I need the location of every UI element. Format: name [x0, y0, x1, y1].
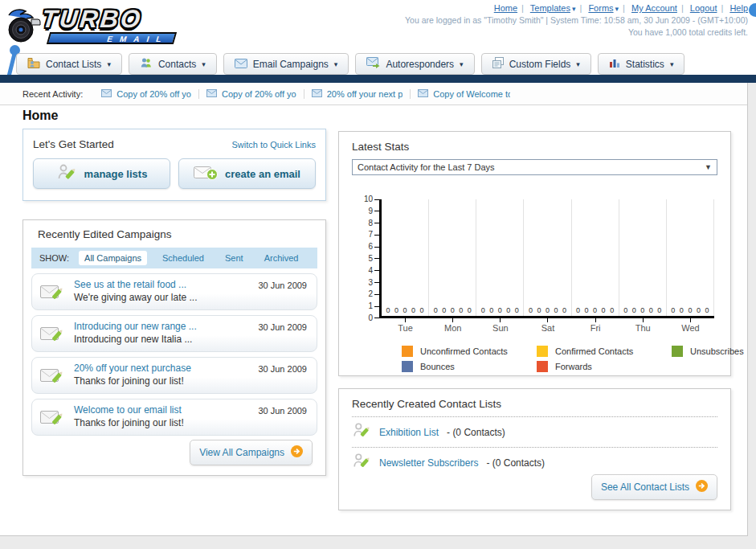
chart-value-label: 0 — [546, 306, 550, 314]
recent-activity-text: Copy of Welcome to — [433, 89, 510, 99]
contact-list-item: Newsletter Subscribers - (0 Contacts) — [352, 448, 717, 477]
chart-y-tick: 3 — [368, 279, 379, 287]
latest-stats-title: Latest Stats — [352, 141, 717, 153]
chart-value-label: 0 — [394, 306, 398, 314]
chart-value-label: 0 — [705, 306, 709, 314]
chart-value-label: 0 — [649, 306, 653, 314]
nav-tab-label: Statistics — [626, 59, 664, 70]
envelope-icon — [418, 89, 428, 99]
envelope-pencil-icon — [40, 324, 64, 348]
logo-text-email: EMAIL — [47, 32, 177, 44]
nav-tab-contacts[interactable]: Contacts ▾ — [129, 53, 217, 75]
envelope-arrow-icon — [366, 57, 380, 72]
chart-day-column: 00000 — [619, 199, 667, 316]
chart-value-label: 0 — [481, 306, 485, 314]
tab-scheduled[interactable]: Scheduled — [157, 251, 210, 265]
envelope-icon — [312, 89, 322, 99]
campaign-subtitle: We're giving away our late ... — [74, 292, 317, 303]
show-label: SHOW: — [39, 253, 69, 263]
latest-stats-panel: Latest Stats Contact Activity for the La… — [338, 131, 731, 376]
manage-lists-button[interactable]: manage lists — [33, 158, 170, 189]
header-link-logout[interactable]: Logout — [690, 3, 717, 13]
chevron-down-icon: ▾ — [615, 5, 619, 13]
chevron-down-icon: ▾ — [107, 60, 111, 68]
create-email-button[interactable]: create an email — [178, 158, 316, 189]
chart-y-tick-label: 4 — [368, 267, 373, 275]
campaigns-panel: Recently Edited Campaigns SHOW: All Camp… — [22, 219, 326, 476]
link-separator: | — [681, 3, 684, 13]
contact-lists-folder-icon — [27, 57, 40, 72]
legend-item: Forwards — [537, 361, 672, 372]
chart-day-column: 00000 — [476, 199, 524, 316]
nav-tab-email-campaigns[interactable]: Email Campaigns ▾ — [223, 53, 349, 75]
person-pencil-icon — [352, 452, 371, 474]
campaign-date: 30 Jun 2009 — [258, 322, 307, 332]
campaign-row: See us at the retail food ...We're givin… — [31, 273, 317, 310]
create-email-label: create an email — [225, 168, 300, 180]
chart-value-label: 0 — [420, 306, 424, 314]
chart-y-tick: 8 — [368, 219, 379, 227]
nav-tab-statistics[interactable]: Statistics ▾ — [598, 53, 685, 75]
tab-all-campaigns[interactable]: All Campaigns — [79, 251, 147, 265]
legend-label: Unconfirmed Contacts — [420, 346, 508, 356]
campaign-date: 30 Jun 2009 — [258, 281, 307, 290]
switch-quick-links-link[interactable]: Switch to Quick Links — [231, 140, 316, 150]
chart-x-tick: Thu — [619, 318, 667, 333]
contact-list-link[interactable]: Newsletter Subscribers — [379, 457, 478, 469]
recent-activity-item[interactable]: Copy of 20% off yo — [199, 89, 304, 99]
chart-value-label: 0 — [697, 306, 701, 314]
legend-item: Bounces — [402, 361, 537, 372]
stats-period-select[interactable]: Contact Activity for the Last 7 Days ▼ — [352, 159, 717, 175]
chart-x-tick-mark — [547, 318, 548, 322]
contact-list-link[interactable]: Exhibition List — [379, 427, 439, 438]
legend-swatch — [402, 346, 413, 357]
nav-tab-contact-lists[interactable]: Contact Lists ▾ — [16, 53, 122, 75]
chart-x-tick-mark — [452, 318, 453, 322]
header-link-my-account[interactable]: My Account — [631, 3, 677, 13]
chart-value-label: 0 — [640, 306, 644, 314]
chart-y-tick: 10 — [364, 195, 379, 203]
link-separator: | — [623, 3, 625, 13]
chart-value-label: 0 — [434, 306, 438, 314]
campaigns-list: See us at the retail food ...We're givin… — [31, 273, 317, 436]
recent-activity-label: Recent Activity: — [22, 89, 83, 99]
see-all-contact-lists-button[interactable]: See All Contact Lists — [591, 474, 717, 500]
envelope-pencil-icon — [40, 408, 64, 432]
nav-tab-autoresponders[interactable]: Autoresponders ▾ — [355, 53, 474, 75]
chart-day-column: 00000 — [429, 199, 476, 316]
chart-main: 00000000000000000000000000000000000 TueM… — [379, 199, 714, 333]
envelope-pencil-icon — [40, 282, 64, 306]
chart-plot: 00000000000000000000000000000000000 — [379, 199, 714, 318]
page: TURBO EMAIL Home| Templates▾| Forms▾| My… — [0, 0, 756, 549]
chevron-down-icon: ▾ — [572, 5, 576, 13]
chart-x-tick-label: Tue — [398, 323, 413, 333]
recent-activity-item[interactable]: Copy of Welcome to — [411, 89, 517, 99]
view-all-campaigns-button[interactable]: View All Campaigns — [190, 440, 313, 465]
header-link-templates[interactable]: Templates — [530, 3, 570, 13]
chart-x-tick-label: Wed — [681, 323, 699, 333]
chart-zero-row: 00000 — [572, 306, 619, 316]
chart-x-tick-mark — [690, 318, 691, 322]
chevron-down-icon: ▾ — [334, 60, 338, 68]
chart-value-label: 0 — [411, 306, 415, 314]
nav-tab-custom-fields[interactable]: Custom Fields ▾ — [481, 53, 591, 75]
contacts-people-icon — [140, 57, 153, 72]
tab-sent[interactable]: Sent — [219, 251, 249, 265]
header-link-help[interactable]: Help — [729, 3, 748, 13]
chart-value-label: 0 — [459, 306, 463, 314]
chart-y-tick: 7 — [368, 231, 379, 239]
tab-archived[interactable]: Archived — [259, 251, 304, 265]
chart-x-tick-label: Mon — [444, 323, 461, 333]
recent-activity-item[interactable]: 20% off your next p — [304, 89, 411, 99]
chart-value-label: 0 — [576, 306, 580, 314]
recent-activity-item[interactable]: Copy of 20% off yo — [94, 89, 199, 99]
campaign-row: Welcome to our email listThanks for join… — [31, 399, 317, 436]
chart-day-column: 00000 — [667, 199, 714, 316]
header-link-home[interactable]: Home — [494, 3, 517, 13]
view-all-campaigns-label: View All Campaigns — [199, 447, 284, 458]
chart-x-tick: Fri — [572, 318, 619, 333]
envelope-icon — [235, 57, 247, 72]
link-separator: | — [579, 3, 582, 13]
header-link-forms[interactable]: Forms — [588, 3, 613, 13]
chart-y-tick-label: 3 — [368, 279, 373, 287]
